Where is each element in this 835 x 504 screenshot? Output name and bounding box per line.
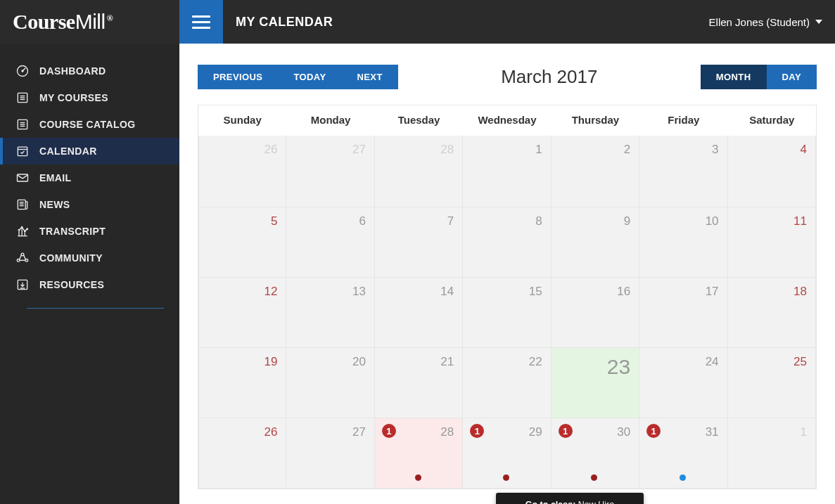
calendar-icon — [15, 144, 30, 158]
calendar-nav-group: PREVIOUS TODAY NEXT — [198, 65, 398, 89]
event-dot-icon — [503, 474, 509, 481]
day-number: 7 — [382, 214, 454, 228]
calendar-day[interactable]: 24 — [639, 348, 727, 418]
sidebar-item-community[interactable]: COMMUNITY — [0, 245, 179, 271]
day-number: 2 — [559, 143, 630, 157]
calendar-day[interactable]: 9 — [552, 207, 639, 278]
svg-rect-13 — [18, 200, 25, 209]
sidebar-item-label: EMAIL — [39, 172, 72, 183]
tooltip-class-label: Go to class: — [525, 500, 576, 504]
previous-button[interactable]: PREVIOUS — [198, 65, 278, 89]
day-number: 24 — [646, 355, 718, 369]
community-icon — [15, 251, 30, 265]
calendar-day[interactable]: 12 — [198, 278, 286, 348]
day-number: 1 — [735, 425, 807, 439]
calendar-day[interactable]: 10 — [639, 207, 727, 278]
sidebar-item-calendar[interactable]: CALENDAR — [0, 138, 179, 164]
calendar-day[interactable]: 128 — [375, 418, 463, 489]
calendar-day[interactable]: 129 — [463, 418, 551, 489]
calendar-day[interactable]: 8 — [463, 207, 551, 278]
dow-sunday: Sunday — [198, 105, 286, 136]
sidebar-item-label: DASHBOARD — [39, 65, 106, 77]
calendar-day[interactable]: 25 — [728, 348, 816, 418]
page-title: MY CALENDAR — [236, 15, 333, 30]
calendar-day[interactable]: 23 — [552, 348, 639, 418]
svg-point-1 — [22, 70, 23, 72]
menu-toggle-button[interactable] — [179, 0, 223, 44]
calendar-day[interactable]: 27 — [286, 136, 374, 207]
day-number: 22 — [470, 355, 542, 369]
calendar-day[interactable]: 2 — [552, 136, 639, 207]
day-number: 11 — [735, 214, 807, 228]
calendar-day[interactable]: 130 — [552, 418, 639, 489]
sidebar-item-label: MY COURSES — [39, 92, 108, 103]
calendar-day[interactable]: 15 — [463, 278, 551, 348]
main: DASHBOARDMY COURSESCOURSE CATALOGCALENDA… — [0, 44, 835, 504]
calendar-day[interactable]: 20 — [286, 348, 374, 418]
event-dot-icon — [591, 474, 597, 481]
sidebar-item-news[interactable]: NEWS — [0, 191, 179, 218]
topbar: CourseMill® MY CALENDAR Ellen Jones (Stu… — [0, 0, 835, 44]
event-count-badge: 1 — [382, 424, 396, 438]
calendar-day[interactable]: 18 — [728, 278, 816, 348]
view-month-button[interactable]: MONTH — [701, 65, 767, 89]
calendar-day[interactable]: 4 — [728, 136, 816, 207]
sidebar-item-my-courses[interactable]: MY COURSES — [0, 84, 179, 111]
calendar-day[interactable]: 131 — [639, 418, 727, 489]
sidebar-item-course-catalog[interactable]: COURSE CATALOG — [0, 111, 179, 138]
sidebar-item-label: NEWS — [39, 199, 70, 210]
calendar-week: 567891011 — [198, 207, 816, 278]
sidebar-item-dashboard[interactable]: DASHBOARD — [0, 58, 179, 84]
calendar-week: 12131415161718 — [198, 278, 816, 348]
sidebar-item-label: CALENDAR — [39, 146, 97, 157]
user-menu[interactable]: Ellen Jones (Student) — [709, 16, 822, 28]
sidebar: DASHBOARDMY COURSESCOURSE CATALOGCALENDA… — [0, 44, 179, 504]
calendar-day[interactable]: 11 — [728, 207, 816, 278]
dow-friday: Friday — [639, 105, 727, 136]
day-number: 5 — [206, 214, 277, 228]
calendar-day[interactable]: 6 — [286, 207, 374, 278]
day-number: 26 — [206, 425, 277, 439]
calendar-day[interactable]: 1 — [463, 136, 551, 207]
calendar-day[interactable]: 14 — [375, 278, 463, 348]
calendar-day[interactable]: 13 — [286, 278, 374, 348]
day-number: 27 — [293, 143, 365, 157]
dow-row: SundayMondayTuesdayWednesdayThursdayFrid… — [198, 105, 816, 136]
svg-point-22 — [17, 259, 20, 262]
day-number: 4 — [735, 143, 807, 157]
sidebar-item-email[interactable]: EMAIL — [0, 164, 179, 191]
calendar-day[interactable]: 17 — [639, 278, 727, 348]
calendar-day[interactable]: 26 — [198, 418, 286, 489]
calendar-week: 19202122232425 — [198, 348, 816, 418]
sidebar-item-resources[interactable]: RESOURCES — [0, 271, 179, 298]
brand-reg: ® — [107, 13, 113, 23]
calendar-day[interactable]: 21 — [375, 348, 463, 418]
day-number: 3 — [646, 143, 718, 157]
calendar-day[interactable]: 27 — [286, 418, 374, 489]
calendar-day[interactable]: 28 — [375, 136, 463, 207]
news-icon — [15, 198, 30, 212]
brand-course: Course — [13, 10, 75, 33]
sidebar-item-label: COURSE CATALOG — [39, 119, 136, 130]
next-button[interactable]: NEXT — [341, 65, 397, 89]
calendar-day[interactable]: 1 — [728, 418, 816, 489]
brand-mill: Mill — [75, 10, 106, 33]
download-icon — [15, 278, 30, 292]
svg-rect-10 — [18, 147, 27, 156]
view-day-button[interactable]: DAY — [767, 65, 817, 89]
calendar-day[interactable]: 16 — [552, 278, 639, 348]
sidebar-item-label: RESOURCES — [39, 279, 104, 290]
today-button[interactable]: TODAY — [278, 65, 341, 89]
day-number: 28 — [382, 143, 454, 157]
sidebar-item-transcript[interactable]: TRANSCRIPT — [0, 218, 179, 245]
calendar-day[interactable]: 5 — [198, 207, 286, 278]
dow-tuesday: Tuesday — [375, 105, 463, 136]
calendar-weeks: 2627281234567891011121314151617181920212… — [198, 136, 816, 489]
calendar-day[interactable]: 3 — [639, 136, 727, 207]
calendar-grid: SundayMondayTuesdayWednesdayThursdayFrid… — [198, 105, 817, 489]
calendar-day[interactable]: 7 — [375, 207, 463, 278]
calendar-day[interactable]: 22 — [463, 348, 551, 418]
calendar-day[interactable]: 19 — [198, 348, 286, 418]
calendar-day[interactable]: 26 — [198, 136, 286, 207]
day-number: 16 — [559, 285, 630, 299]
